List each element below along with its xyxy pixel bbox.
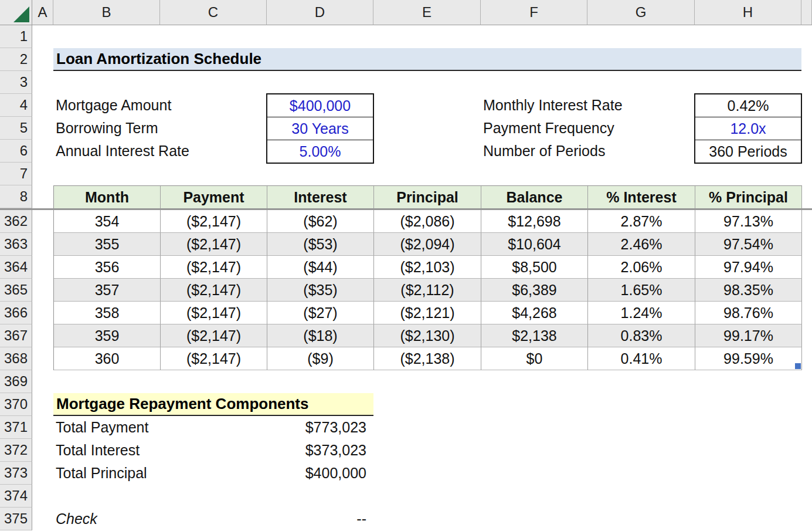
row-header-363[interactable]: 363 xyxy=(0,233,32,256)
row-header-371[interactable]: 371 xyxy=(0,416,32,439)
cell-month[interactable]: 356 xyxy=(54,256,161,279)
header-pct-interest[interactable]: % Interest xyxy=(588,186,695,208)
borrowing-term-label[interactable]: Borrowing Term xyxy=(56,117,158,140)
cell-principal[interactable]: ($2,112) xyxy=(374,279,481,302)
column-header-b[interactable]: B xyxy=(53,0,160,25)
number-of-periods-value[interactable]: 360 Periods xyxy=(695,140,801,163)
column-header-f[interactable]: F xyxy=(481,0,587,25)
row-header-368[interactable]: 368 xyxy=(0,347,32,370)
cell-pct-interest[interactable]: 2.87% xyxy=(588,210,695,233)
number-of-periods-label[interactable]: Number of Periods xyxy=(483,140,605,163)
mortgage-amount-input[interactable]: $400,000 xyxy=(267,94,373,117)
header-month[interactable]: Month xyxy=(54,186,161,208)
check-label[interactable]: Check xyxy=(56,508,97,530)
cell-balance[interactable]: $12,698 xyxy=(481,210,588,233)
cell-pct-interest[interactable]: 2.46% xyxy=(588,233,695,256)
row-header-3[interactable]: 3 xyxy=(0,71,32,94)
row-header-2[interactable]: 2 xyxy=(0,48,32,71)
cell-payment[interactable]: ($2,147) xyxy=(161,233,267,256)
total-principal-label[interactable]: Total Principal xyxy=(56,462,147,485)
cell-balance[interactable]: $6,389 xyxy=(481,279,588,302)
cell-pct-principal[interactable]: 99.17% xyxy=(695,324,802,347)
total-principal-value[interactable]: $400,000 xyxy=(267,462,366,485)
cell-pct-principal[interactable]: 98.35% xyxy=(695,279,802,302)
cell-principal[interactable]: ($2,138) xyxy=(374,347,481,370)
cell-interest[interactable]: ($18) xyxy=(267,324,374,347)
cell-principal[interactable]: ($2,121) xyxy=(374,302,481,324)
cell-pct-principal[interactable]: 97.13% xyxy=(695,210,802,233)
cell-principal[interactable]: ($2,094) xyxy=(374,233,481,256)
row-header-374[interactable]: 374 xyxy=(0,485,32,508)
row-header-365[interactable]: 365 xyxy=(0,279,32,302)
row-header-367[interactable]: 367 xyxy=(0,324,32,347)
cell-principal[interactable]: ($2,130) xyxy=(374,324,481,347)
cell-pct-principal[interactable]: 97.94% xyxy=(695,256,802,279)
column-header-g[interactable]: G xyxy=(587,0,695,25)
cell-pct-principal[interactable]: 98.76% xyxy=(695,302,802,324)
cell-payment[interactable]: ($2,147) xyxy=(161,256,267,279)
header-principal[interactable]: Principal xyxy=(374,186,481,208)
column-header-partial[interactable] xyxy=(801,0,812,25)
column-header-h[interactable]: H xyxy=(695,0,801,25)
payment-frequency-label[interactable]: Payment Frequency xyxy=(483,117,614,140)
column-header-a[interactable]: A xyxy=(32,0,53,25)
row-header-369[interactable]: 369 xyxy=(0,370,32,393)
select-all-button[interactable] xyxy=(0,0,32,25)
monthly-interest-rate-value[interactable]: 0.42% xyxy=(695,94,801,117)
fill-handle[interactable] xyxy=(795,363,801,369)
cell-balance[interactable]: $10,604 xyxy=(481,233,588,256)
cell-principal[interactable]: ($2,103) xyxy=(374,256,481,279)
cell-pct-interest[interactable]: 2.06% xyxy=(588,256,695,279)
cell-interest[interactable]: ($27) xyxy=(267,302,374,324)
cell-pct-interest[interactable]: 1.24% xyxy=(588,302,695,324)
header-balance[interactable]: Balance xyxy=(481,186,588,208)
column-header-c[interactable]: C xyxy=(160,0,267,25)
row-header-7[interactable]: 7 xyxy=(0,163,32,185)
cell-payment[interactable]: ($2,147) xyxy=(161,279,267,302)
row-header-6[interactable]: 6 xyxy=(0,140,32,163)
cell-interest[interactable]: ($53) xyxy=(267,233,374,256)
cell-payment[interactable]: ($2,147) xyxy=(161,210,267,233)
cell-interest[interactable]: ($35) xyxy=(267,279,374,302)
row-header-1[interactable]: 1 xyxy=(0,25,32,48)
column-header-d[interactable]: D xyxy=(267,0,373,25)
cell-month[interactable]: 359 xyxy=(54,324,161,347)
worksheet-title-cell[interactable]: Loan Amortization Schedule xyxy=(53,48,801,71)
cell-interest[interactable]: ($9) xyxy=(267,347,374,370)
cell-payment[interactable]: ($2,147) xyxy=(161,302,267,324)
cell-month[interactable]: 358 xyxy=(54,302,161,324)
total-interest-label[interactable]: Total Interest xyxy=(56,439,140,462)
row-header-372[interactable]: 372 xyxy=(0,439,32,462)
row-header-370[interactable]: 370 xyxy=(0,393,32,416)
cell-month[interactable]: 357 xyxy=(54,279,161,302)
header-pct-principal[interactable]: % Principal xyxy=(695,186,802,208)
monthly-interest-rate-label[interactable]: Monthly Interest Rate xyxy=(483,94,623,117)
row-header-375[interactable]: 375 xyxy=(0,508,32,530)
cell-balance[interactable]: $4,268 xyxy=(481,302,588,324)
total-payment-value[interactable]: $773,023 xyxy=(267,416,366,439)
row-header-364[interactable]: 364 xyxy=(0,256,32,279)
row-header-4[interactable]: 4 xyxy=(0,94,32,117)
row-header-362[interactable]: 362 xyxy=(0,210,32,233)
borrowing-term-input[interactable]: 30 Years xyxy=(267,117,373,140)
mortgage-amount-label[interactable]: Mortgage Amount xyxy=(56,94,171,117)
row-header-366[interactable]: 366 xyxy=(0,302,32,324)
cell-balance[interactable]: $8,500 xyxy=(481,256,588,279)
cell-month[interactable]: 355 xyxy=(54,233,161,256)
column-header-e[interactable]: E xyxy=(373,0,481,25)
cell-month[interactable]: 360 xyxy=(54,347,161,370)
cell-pct-interest[interactable]: 1.65% xyxy=(588,279,695,302)
cell-payment[interactable]: ($2,147) xyxy=(161,324,267,347)
total-interest-value[interactable]: $373,023 xyxy=(267,439,366,462)
header-payment[interactable]: Payment xyxy=(161,186,267,208)
cell-interest[interactable]: ($62) xyxy=(267,210,374,233)
header-interest[interactable]: Interest xyxy=(267,186,374,208)
annual-interest-rate-input[interactable]: 5.00% xyxy=(267,140,373,163)
cell-principal[interactable]: ($2,086) xyxy=(374,210,481,233)
cell-pct-interest[interactable]: 0.41% xyxy=(588,347,695,370)
payment-frequency-input[interactable]: 12.0x xyxy=(695,117,801,140)
row-header-5[interactable]: 5 xyxy=(0,117,32,140)
row-header-8[interactable]: 8 xyxy=(0,185,32,208)
check-value[interactable]: -- xyxy=(267,508,366,530)
total-payment-label[interactable]: Total Payment xyxy=(56,416,148,439)
